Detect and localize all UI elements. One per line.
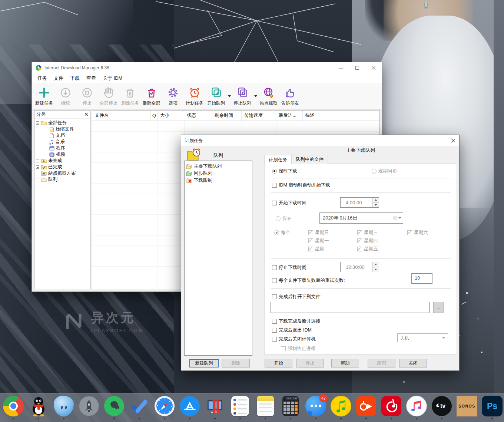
retries-input[interactable]: 10: [411, 273, 432, 284]
dialog-close-icon[interactable]: [451, 138, 455, 143]
dock-sonos[interactable]: SONOS: [457, 396, 477, 416]
menu-downloads[interactable]: 下载: [67, 75, 83, 82]
dock-evernote[interactable]: [104, 396, 125, 416]
dock-parallels[interactable]: [205, 396, 225, 416]
tree-item-archives[interactable]: 压缩文件: [34, 126, 90, 132]
dock-app-store[interactable]: [179, 396, 200, 416]
expand-box-icon[interactable]: [36, 178, 39, 181]
toolbar-tell-friends-button[interactable]: 告诉朋友: [279, 86, 301, 106]
dock-notes[interactable]: [255, 396, 276, 416]
dock-calculator[interactable]: 3141593: [280, 396, 301, 416]
weekday-friday[interactable]: 星期五: [357, 246, 378, 252]
start-queue-dropdown-arrow[interactable]: [227, 88, 232, 105]
browse-button[interactable]: ...: [433, 302, 444, 313]
dock-apple-tv[interactable]: tv: [431, 396, 452, 416]
shutdown-option[interactable]: 完成后关闭计算机: [272, 336, 316, 342]
toolbar-start-queue-button[interactable]: 开始队列: [205, 86, 227, 106]
dock-qq[interactable]: [28, 396, 49, 416]
close-button[interactable]: [365, 62, 382, 73]
tree-item-queues[interactable]: 队列: [34, 177, 90, 183]
once-on-date-radio[interactable]: [276, 216, 281, 221]
sunday-checkbox[interactable]: [308, 230, 313, 235]
tree-item-music[interactable]: 音乐: [34, 139, 90, 145]
tree-item-documents[interactable]: 文档: [34, 132, 90, 139]
timed-download-option[interactable]: 定时下载: [272, 168, 297, 174]
every-weekday-option[interactable]: 每个: [274, 230, 290, 236]
queue-item-main-download[interactable]: 主要下载队列: [186, 163, 251, 170]
dock-messages[interactable]: 47: [305, 396, 326, 416]
start-button[interactable]: 开始: [265, 359, 292, 367]
exit-idm-option[interactable]: 完成后退出 IDM: [272, 327, 312, 333]
menu-view[interactable]: 查看: [83, 75, 99, 82]
tree-item-video[interactable]: 视频: [34, 151, 90, 158]
start-time-checkbox[interactable]: [272, 201, 277, 205]
stop-time-checkbox[interactable]: [272, 265, 277, 270]
tree-item-programs[interactable]: 程序: [34, 145, 90, 151]
spinner-up-button[interactable]: [373, 262, 379, 267]
column-transfer-rate[interactable]: 传输速度: [242, 111, 276, 121]
saturday-checkbox[interactable]: [407, 230, 412, 235]
spinner-down-button[interactable]: [373, 203, 379, 208]
column-size[interactable]: 大小: [158, 111, 184, 121]
tree-item-all-tasks[interactable]: 全部任务: [34, 120, 90, 126]
toolbar-options-button[interactable]: 选项: [162, 86, 184, 106]
weekday-sunday[interactable]: 星期日: [308, 230, 329, 236]
periodic-sync-option[interactable]: 定期同步: [372, 168, 397, 174]
open-file-input[interactable]: [271, 302, 430, 313]
every-weekday-radio[interactable]: [274, 230, 279, 235]
expand-box-icon[interactable]: [36, 165, 39, 169]
apply-button[interactable]: 应用: [368, 359, 395, 367]
timed-download-radio[interactable]: [272, 169, 277, 174]
force-kill-option[interactable]: 强制终止进程: [281, 346, 315, 352]
tree-item-grabber-projects[interactable]: 站点抓取方案: [34, 170, 90, 177]
stop-time-option[interactable]: 停止下载时间: [272, 264, 306, 271]
queue-item-sync[interactable]: 同步队列: [186, 170, 251, 177]
retries-option[interactable]: 每个文件下载失败后的重试次数:: [272, 277, 345, 284]
tab-files-in-queue[interactable]: 队列中的文件: [291, 155, 328, 164]
dock-qq-music[interactable]: [331, 396, 351, 416]
toolbar-stop-button[interactable]: 停止: [76, 86, 98, 106]
toolbar-stop-queue-button[interactable]: 停止队列: [232, 86, 253, 106]
auto-start-option[interactable]: IDM 启动时自动开始下载: [272, 182, 330, 188]
retries-checkbox[interactable]: [272, 278, 277, 283]
queue-item-download-limit[interactable]: 下载限制: [186, 177, 251, 184]
toolbar-site-grabber-button[interactable]: 站点抓取: [258, 86, 279, 106]
dock-aliwangwang[interactable]: [53, 396, 74, 416]
collapse-box-icon[interactable]: [36, 121, 39, 125]
close-dialog-button[interactable]: 关闭: [399, 359, 427, 367]
stop-time-spinner[interactable]: 12:30:00: [340, 262, 379, 272]
weekday-thursday[interactable]: 星期四: [357, 238, 378, 244]
new-queue-button[interactable]: 新建队列: [189, 359, 219, 367]
stop-button[interactable]: 停止: [296, 359, 324, 367]
stop-queue-dropdown-arrow[interactable]: [253, 88, 258, 105]
dock-chrome[interactable]: [3, 396, 24, 416]
toolbar-resume-button[interactable]: 继续: [55, 86, 76, 106]
start-time-spinner[interactable]: 4:00:00: [340, 197, 379, 208]
categories-close-icon[interactable]: [85, 113, 88, 116]
menu-about-idm[interactable]: 关于 IDM: [99, 75, 126, 82]
dock-safari[interactable]: [154, 396, 175, 416]
toolbar-scheduler-button[interactable]: 计划任务: [184, 86, 205, 106]
toolbar-delete-all-button[interactable]: 删除全部: [141, 86, 162, 106]
column-last-try[interactable]: 最后连...: [276, 111, 303, 121]
wednesday-checkbox[interactable]: [357, 230, 362, 235]
open-file-checkbox[interactable]: [272, 294, 277, 299]
dock-reminders[interactable]: [230, 396, 251, 416]
tree-item-incomplete[interactable]: 未完成: [34, 158, 90, 164]
hangup-checkbox[interactable]: [272, 319, 277, 324]
toolbar-stop-all-button[interactable]: 全部停止: [98, 86, 119, 106]
toolbar-delete-task-button[interactable]: 删除任务: [119, 86, 141, 106]
queue-list[interactable]: 主要下载队列 同步队列 下载限制: [184, 161, 252, 356]
periodic-sync-radio[interactable]: [372, 169, 377, 174]
column-queue[interactable]: Q: [151, 111, 158, 121]
date-picker[interactable]: 2020年 9月16日: [319, 212, 403, 224]
start-time-option[interactable]: 开始下载时间: [272, 200, 306, 206]
monday-checkbox[interactable]: [308, 238, 313, 243]
column-time-left[interactable]: 剩余时间: [212, 111, 242, 121]
dock-microsoft-todo[interactable]: [129, 396, 150, 416]
dock-netease-music[interactable]: [381, 396, 402, 416]
help-button[interactable]: 帮助: [331, 359, 359, 367]
dock-changba[interactable]: [356, 396, 377, 416]
column-status[interactable]: 状态: [184, 111, 212, 121]
once-on-date-option[interactable]: 仅在: [276, 215, 292, 222]
